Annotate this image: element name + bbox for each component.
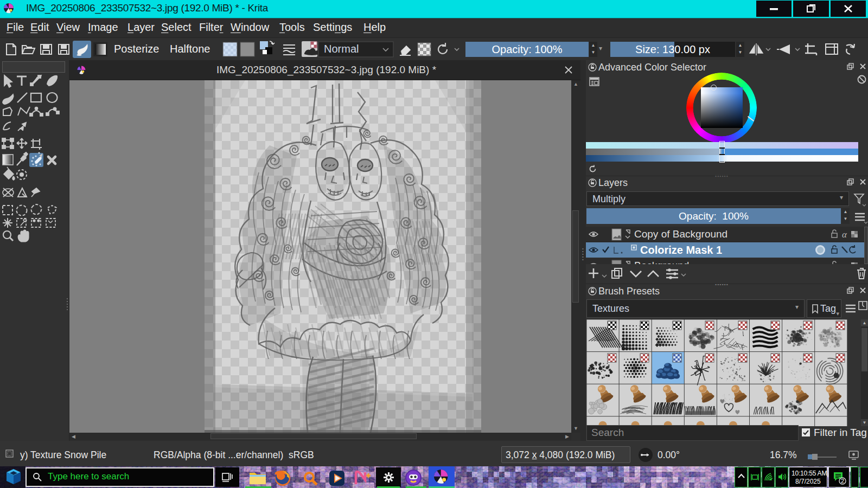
- svg-text:Normal: Normal: [324, 43, 359, 55]
- svg-text:α: α: [842, 229, 847, 240]
- svg-text:Background: Background: [634, 260, 689, 264]
- svg-text:α: α: [842, 261, 847, 264]
- svg-text:Colorize Mask 1: Colorize Mask 1: [640, 244, 722, 256]
- svg-text:Copy of Background: Copy of Background: [634, 228, 727, 240]
- svg-text:2: 2: [841, 478, 844, 484]
